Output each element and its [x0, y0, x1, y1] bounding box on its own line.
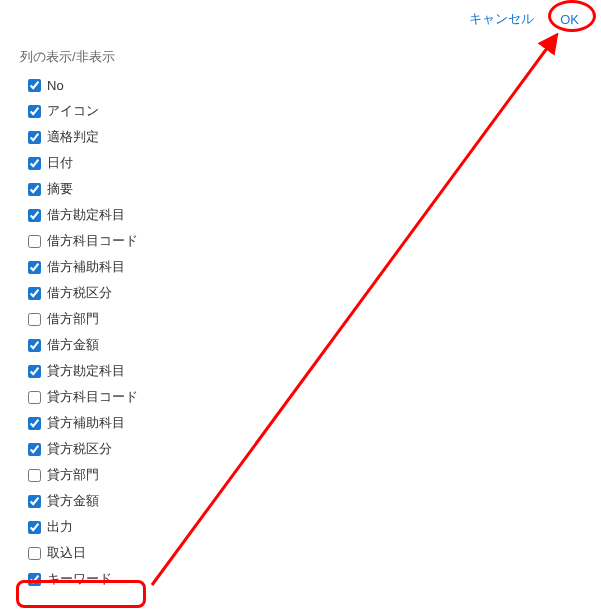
column-checkbox[interactable] — [28, 79, 41, 92]
column-label[interactable]: 借方科目コード — [47, 232, 138, 250]
column-item: アイコン — [28, 98, 138, 124]
column-item: 適格判定 — [28, 124, 138, 150]
column-item: 借方科目コード — [28, 228, 138, 254]
column-item: 貸方部門 — [28, 462, 138, 488]
column-checkbox[interactable] — [28, 313, 41, 326]
column-label[interactable]: アイコン — [47, 102, 99, 120]
column-item: 貸方補助科目 — [28, 410, 138, 436]
column-item: 日付 — [28, 150, 138, 176]
column-item: 貸方勘定科目 — [28, 358, 138, 384]
column-item: 借方金額 — [28, 332, 138, 358]
column-label[interactable]: No — [47, 78, 64, 93]
column-item: 出力 — [28, 514, 138, 540]
column-label[interactable]: 取込日 — [47, 544, 86, 562]
column-checkbox[interactable] — [28, 157, 41, 170]
column-checkbox[interactable] — [28, 261, 41, 274]
column-label[interactable]: 貸方部門 — [47, 466, 99, 484]
column-item: 借方税区分 — [28, 280, 138, 306]
column-checkbox[interactable] — [28, 417, 41, 430]
ok-button[interactable]: OK — [556, 10, 583, 29]
column-checkbox[interactable] — [28, 131, 41, 144]
column-checkbox[interactable] — [28, 339, 41, 352]
column-item: キーワード — [28, 566, 138, 592]
column-label[interactable]: 摘要 — [47, 180, 73, 198]
column-checkbox[interactable] — [28, 573, 41, 586]
column-label[interactable]: 借方税区分 — [47, 284, 112, 302]
column-checkbox[interactable] — [28, 521, 41, 534]
column-label[interactable]: 貸方金額 — [47, 492, 99, 510]
column-item: 貸方科目コード — [28, 384, 138, 410]
column-item: 摘要 — [28, 176, 138, 202]
column-label[interactable]: 適格判定 — [47, 128, 99, 146]
svg-line-0 — [152, 36, 556, 585]
column-item: No — [28, 72, 138, 98]
column-checkbox[interactable] — [28, 443, 41, 456]
column-label[interactable]: 借方金額 — [47, 336, 99, 354]
column-checkbox[interactable] — [28, 495, 41, 508]
column-checkbox[interactable] — [28, 547, 41, 560]
column-label[interactable]: 借方部門 — [47, 310, 99, 328]
column-checkbox[interactable] — [28, 365, 41, 378]
column-checkbox[interactable] — [28, 391, 41, 404]
dialog-actions: キャンセル OK — [465, 8, 583, 30]
column-visibility-list: Noアイコン適格判定日付摘要借方勘定科目借方科目コード借方補助科目借方税区分借方… — [28, 72, 138, 592]
column-checkbox[interactable] — [28, 235, 41, 248]
column-checkbox[interactable] — [28, 183, 41, 196]
column-label[interactable]: 出力 — [47, 518, 73, 536]
column-item: 借方部門 — [28, 306, 138, 332]
cancel-button[interactable]: キャンセル — [465, 8, 538, 30]
column-checkbox[interactable] — [28, 105, 41, 118]
column-item: 貸方金額 — [28, 488, 138, 514]
column-item: 取込日 — [28, 540, 138, 566]
column-label[interactable]: 貸方科目コード — [47, 388, 138, 406]
column-checkbox[interactable] — [28, 209, 41, 222]
column-label[interactable]: 日付 — [47, 154, 73, 172]
column-item: 借方補助科目 — [28, 254, 138, 280]
column-checkbox[interactable] — [28, 287, 41, 300]
column-label[interactable]: 貸方補助科目 — [47, 414, 125, 432]
column-label[interactable]: 貸方税区分 — [47, 440, 112, 458]
column-checkbox[interactable] — [28, 469, 41, 482]
column-item: 借方勘定科目 — [28, 202, 138, 228]
column-label[interactable]: キーワード — [47, 570, 112, 588]
column-label[interactable]: 借方補助科目 — [47, 258, 125, 276]
column-item: 貸方税区分 — [28, 436, 138, 462]
column-label[interactable]: 貸方勘定科目 — [47, 362, 125, 380]
section-title: 列の表示/非表示 — [20, 48, 115, 66]
column-label[interactable]: 借方勘定科目 — [47, 206, 125, 224]
